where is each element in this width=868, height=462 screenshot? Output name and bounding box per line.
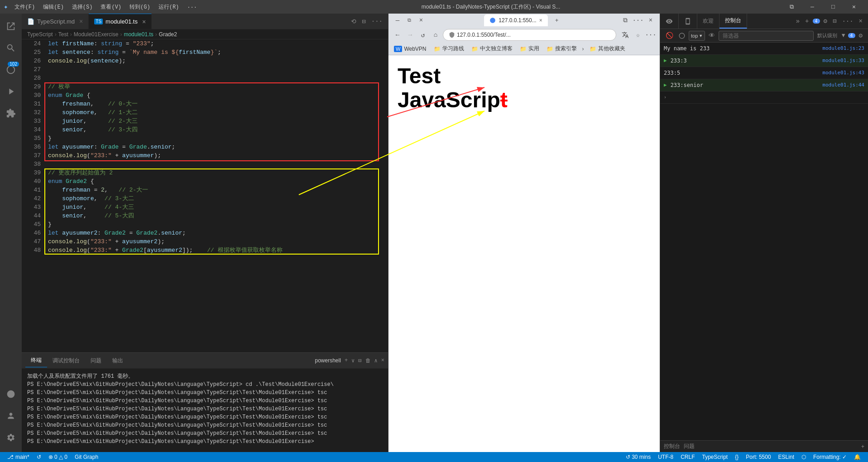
devtools-tab-device[interactable] [679,14,697,29]
devtools-settings-btn[interactable]: ⚙ [822,15,829,27]
browser-tab-close-btn[interactable]: × [539,17,542,24]
menu-edit[interactable]: 编辑(E) [39,2,67,12]
devtools-tab-inspect[interactable] [660,14,679,29]
status-branch[interactable]: ⎇ main* [4,452,33,462]
browser-more-btn[interactable]: ··· [645,29,656,40]
browser-star-btn[interactable]: ☆ [633,29,643,40]
browser-extensions-icon[interactable]: ⧉ [620,15,631,26]
console-expand-btn[interactable]: › [664,93,667,101]
devtools-add-tab-btn[interactable]: + [803,16,810,27]
menu-file[interactable]: 文件(F) [11,2,39,12]
devtools-level-select[interactable]: top ▼ [689,31,705,41]
breadcrumb-grade2[interactable]: Grade2 [159,31,177,38]
browser-forward-btn[interactable]: → [405,29,416,40]
breadcrumb-module01exercise[interactable]: Module01Exercise [74,31,119,38]
devtools-eye-btn[interactable]: 👁 [707,31,717,40]
activity-search[interactable] [0,37,22,59]
status-git-graph[interactable]: Git Graph [71,452,102,462]
terminal-close-btn[interactable]: × [381,357,384,364]
terminal-layout-btn[interactable]: ⊟ [358,357,361,364]
terminal-tab-terminal[interactable]: 终端 [25,354,47,367]
code-content[interactable]: let firstName: string = "233"; let sente… [44,39,388,352]
browser-new-tab-btn[interactable]: + [551,15,562,26]
browser-close-btn[interactable]: × [645,15,656,26]
activity-extensions[interactable] [0,102,22,124]
split-btn[interactable]: ⊟ [360,17,367,26]
devtools-tab-welcome[interactable]: 欢迎 [697,14,719,29]
tab-close-md[interactable]: × [79,18,83,25]
devtools-close-btn[interactable]: × [857,16,864,27]
devtools-more-btn[interactable]: ··· [840,16,855,27]
status-timer[interactable]: ↺ 30 mins [622,452,654,462]
console-file-2[interactable]: module01.js:43 [822,69,864,77]
status-encoding[interactable]: UTF-8 [654,452,677,462]
menu-select[interactable]: 选择(S) [68,2,96,12]
status-sync[interactable]: ↺ [33,452,45,462]
activity-remote[interactable] [0,383,22,405]
activity-settings[interactable] [0,427,22,448]
status-formatting[interactable]: Formatting: ✓ [810,452,850,462]
browser-close-icon[interactable]: × [416,15,427,26]
more-btn[interactable]: ··· [369,17,384,26]
status-prettier[interactable]: ⬡ [798,452,810,462]
devtools-more-tabs-btn[interactable]: » [794,16,801,27]
devtools-tab-console[interactable]: 控制台 [719,14,747,29]
status-bell[interactable]: 🔔 [850,452,864,462]
menu-goto[interactable]: 转到(G) [126,2,154,12]
devtools-status-console[interactable]: 控制台 [664,443,680,450]
browser-back-btn[interactable]: ← [392,29,403,40]
browser-expand-icon[interactable]: ⧉ [404,15,415,26]
tab-close-ts[interactable]: × [142,18,146,25]
terminal-tab-output[interactable]: 输出 [107,354,129,367]
terminal-content[interactable]: 加载个人及系统配置文件用了 1761 毫秒。 PS E:\OneDriveE5\… [22,369,388,452]
devtools-gear-btn[interactable]: ⚙ [857,30,864,41]
history-btn[interactable]: ⟲ [349,17,358,26]
devtools-console-content[interactable]: My name is 233 module01.js:23 ▶ 233:3 mo… [660,43,868,440]
devtools-status-add[interactable]: + [861,443,864,450]
bookmark-search[interactable]: 📁 搜索引擎 [545,44,579,53]
minimize-button[interactable]: — [802,0,823,14]
status-eslint[interactable]: ESLint [775,452,798,462]
activity-source-control[interactable]: 102 [0,59,22,81]
browser-settings-icon[interactable]: ··· [633,15,643,26]
status-line-ending[interactable]: CRLF [677,452,698,462]
bookmark-learning[interactable]: 📁 学习路线 [432,44,466,53]
close-button[interactable]: ✕ [844,0,864,14]
browser-active-tab[interactable]: 127.0.0.1:550... × [484,14,547,26]
terminal-add-btn[interactable]: + [345,357,348,364]
devtools-status-problems[interactable]: 问题 [684,443,695,450]
browser-minimize[interactable]: — [392,15,403,26]
status-port[interactable]: Port: 5500 [742,452,774,462]
breadcrumb-typescript[interactable]: TypeScript [27,31,53,38]
bookmark-chinese-blog[interactable]: 📁 中文独立博客 [470,44,514,53]
console-file-1[interactable]: module01.js:33 [822,57,864,65]
tab-typescript-md[interactable]: 📄 TypeScript.md × [22,14,89,29]
status-language[interactable]: TypeScript [699,452,732,462]
terminal-trash-btn[interactable]: 🗑 [365,357,371,364]
browser-url-input[interactable]: 127.0.0.1:5500/Test/... [443,29,616,41]
tab-module01-ts[interactable]: TS module01.ts × [89,14,152,29]
console-file-0[interactable]: module01.js:23 [822,44,864,53]
browser-refresh-btn[interactable]: ↺ [417,29,428,40]
breadcrumb-test[interactable]: Test [58,31,68,38]
terminal-down-btn[interactable]: ∨ [351,357,355,364]
code-editor[interactable]: 2425262728 2930313233 3435363738 3940414… [22,39,388,352]
menu-run[interactable]: 运行(R) [155,2,183,12]
devtools-clear-btn[interactable]: 🚫 [664,31,675,40]
bookmark-expand-btn[interactable]: › [582,46,584,52]
breadcrumb-module01ts[interactable]: module01.ts [124,31,153,38]
window-layout-btn[interactable]: ⧉ [781,0,802,14]
devtools-dock-btn[interactable]: ⊟ [831,15,838,27]
terminal-up-btn[interactable]: ∧ [374,357,378,364]
devtools-preserve-btn[interactable] [677,32,687,40]
activity-account[interactable] [0,405,22,427]
terminal-tab-debug[interactable]: 调试控制台 [47,354,85,367]
status-minify[interactable]: {} [731,452,742,462]
activity-explorer[interactable] [0,15,22,37]
browser-home-btn[interactable]: ⌂ [430,29,441,40]
menu-view[interactable]: 查看(V) [97,2,125,12]
browser-translate-btn[interactable] [620,29,631,40]
console-file-3[interactable]: module01.js:44 [822,81,864,89]
bookmark-others[interactable]: 📁 其他收藏夹 [588,44,627,53]
status-errors[interactable]: ⊗ 0 △ 0 [45,452,71,462]
